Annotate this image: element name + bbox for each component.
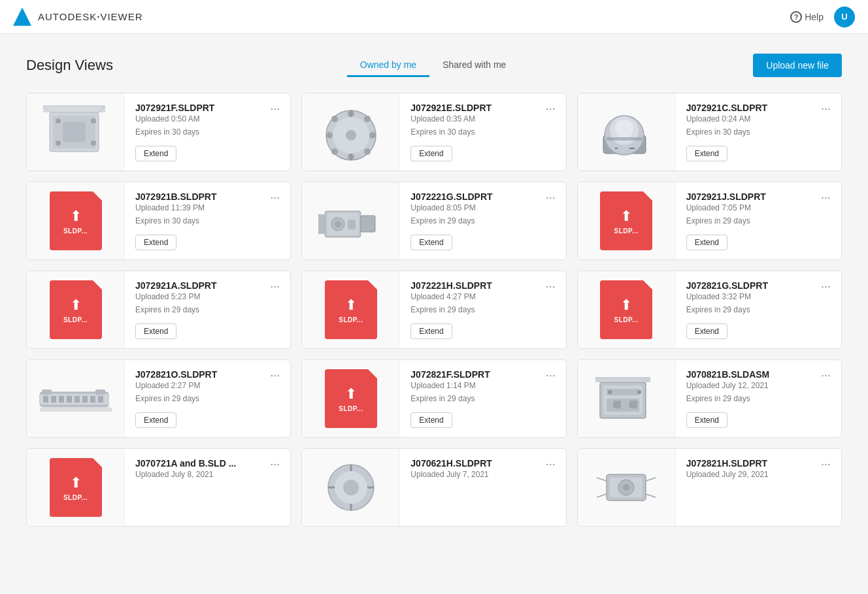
brand-viewer: VIEWER xyxy=(100,11,142,22)
more-options-button[interactable]: ··· xyxy=(544,369,557,381)
header-left: AUTODESK·VIEWER xyxy=(13,8,143,26)
file-card: J072221G.SLDPRT Uploaded 8:05 PM ··· Exp… xyxy=(301,182,566,260)
file-name: J072921C.SLDPRT xyxy=(686,103,768,113)
file-card: J070821B.SLDASM Uploaded July 12, 2021 ·… xyxy=(577,359,842,438)
svg-point-3 xyxy=(91,118,96,124)
card-content: J072821F.SLDPRT Uploaded 1:14 PM ··· Exp… xyxy=(400,360,565,437)
svg-line-78 xyxy=(646,478,656,481)
expiry-text: Expires in 29 days xyxy=(410,394,556,403)
main-content: Design Views Owned by me Shared with me … xyxy=(0,34,868,546)
extend-button[interactable]: Extend xyxy=(135,146,176,161)
card-info: J072821H.SLDPRT Uploaded July 29, 2021 xyxy=(686,458,769,479)
card-actions: Extend xyxy=(410,146,556,161)
more-options-button[interactable]: ··· xyxy=(269,369,281,381)
card-actions: Extend xyxy=(135,146,281,161)
3d-model-preview xyxy=(312,185,390,257)
expiry-text: Expires in 29 days xyxy=(686,394,832,403)
svg-rect-44 xyxy=(59,396,64,403)
more-options-button[interactable]: ··· xyxy=(544,458,557,470)
upload-time: Uploaded July 8, 2021 xyxy=(135,470,236,479)
sldp-label: SLDP... xyxy=(614,227,639,235)
extend-button[interactable]: Extend xyxy=(410,323,452,339)
svg-rect-43 xyxy=(51,396,56,403)
svg-rect-32 xyxy=(361,216,375,232)
file-name: J072921B.SLDPRT xyxy=(135,191,217,202)
file-card: J070621H.SLDPRT Uploaded July 7, 2021 ··… xyxy=(301,448,566,527)
more-options-button[interactable]: ··· xyxy=(269,458,281,470)
3d-model-preview xyxy=(587,363,665,435)
more-options-button[interactable]: ··· xyxy=(544,191,557,203)
sldp-label: SLDP... xyxy=(614,316,639,323)
more-options-button[interactable]: ··· xyxy=(820,103,832,114)
card-content: J072921B.SLDPRT Uploaded 11:39 PM ··· Ex… xyxy=(125,182,290,259)
more-options-button[interactable]: ··· xyxy=(820,369,832,381)
extend-button[interactable]: Extend xyxy=(410,235,452,250)
more-options-button[interactable]: ··· xyxy=(820,458,832,470)
card-header: J072921A.SLDPRT Uploaded 5:23 PM ··· xyxy=(135,280,281,301)
upload-time: Uploaded 0:24 AM xyxy=(686,114,768,124)
page-header: Design Views Owned by me Shared with me … xyxy=(26,54,842,77)
file-name: J072821G.SLDPRT xyxy=(686,280,768,291)
more-options-button[interactable]: ··· xyxy=(820,191,832,203)
svg-rect-42 xyxy=(43,396,48,403)
svg-rect-36 xyxy=(348,220,356,229)
tabs: Owned by me Shared with me xyxy=(347,54,520,77)
tab-owned-by-me[interactable]: Owned by me xyxy=(347,54,429,77)
card-content: J072221G.SLDPRT Uploaded 8:05 PM ··· Exp… xyxy=(400,182,565,259)
card-content: J072921E.SLDPRT Uploaded 0:35 AM ··· Exp… xyxy=(400,93,565,171)
card-thumbnail: ⬆ SLDP... xyxy=(578,182,676,259)
more-options-button[interactable]: ··· xyxy=(269,280,281,292)
avatar[interactable]: U xyxy=(834,7,855,27)
extend-button[interactable]: Extend xyxy=(135,323,176,339)
help-link[interactable]: ? Help xyxy=(790,11,824,23)
card-thumbnail: ⬆ SLDP... xyxy=(302,360,400,437)
help-label: Help xyxy=(805,12,824,22)
upload-time: Uploaded 3:32 PM xyxy=(686,292,768,301)
svg-point-18 xyxy=(331,116,338,122)
svg-rect-28 xyxy=(607,137,643,140)
card-info: J072221H.SLDPRT Uploaded 4:27 PM xyxy=(410,280,492,301)
extend-button[interactable]: Extend xyxy=(686,235,727,250)
card-info: J072821F.SLDPRT Uploaded 1:14 PM xyxy=(410,369,490,390)
upload-time: Uploaded 1:14 PM xyxy=(410,381,490,390)
card-content: J072921A.SLDPRT Uploaded 5:23 PM ··· Exp… xyxy=(125,271,290,348)
more-options-button[interactable]: ··· xyxy=(544,280,557,292)
more-options-button[interactable]: ··· xyxy=(269,191,281,203)
card-header: J070721A and B.SLD ... Uploaded July 8, … xyxy=(135,458,281,479)
extend-button[interactable]: Extend xyxy=(686,146,727,161)
expiry-text: Expires in 30 days xyxy=(686,127,832,137)
svg-rect-48 xyxy=(90,396,95,403)
upload-new-file-button[interactable]: Upload new file xyxy=(753,54,842,77)
file-name: J072921A.SLDPRT xyxy=(135,280,217,291)
card-info: J072821G.SLDPRT Uploaded 3:32 PM xyxy=(686,280,768,301)
file-card: J072921C.SLDPRT Uploaded 0:24 AM ··· Exp… xyxy=(577,93,842,171)
file-name: J072921E.SLDPRT xyxy=(410,103,492,113)
3d-model-preview xyxy=(587,452,665,523)
extend-button[interactable]: Extend xyxy=(135,412,176,428)
tab-shared-with-me[interactable]: Shared with me xyxy=(429,54,519,77)
card-header: J072821O.SLDPRT Uploaded 2:27 PM ··· xyxy=(135,369,281,390)
more-options-button[interactable]: ··· xyxy=(269,103,281,114)
page-title: Design Views xyxy=(26,57,113,74)
upload-time: Uploaded 2:27 PM xyxy=(135,381,217,390)
more-options-button[interactable]: ··· xyxy=(820,280,832,292)
brand-name: AUTODESK·VIEWER xyxy=(38,11,143,22)
sldp-label: SLDP... xyxy=(63,227,88,235)
upload-icon: ⬆ xyxy=(345,297,357,314)
svg-point-21 xyxy=(364,148,371,155)
file-name: J072821F.SLDPRT xyxy=(410,369,490,380)
extend-button[interactable]: Extend xyxy=(410,146,452,161)
extend-button[interactable]: Extend xyxy=(686,412,727,428)
upload-time: Uploaded 0:50 AM xyxy=(135,114,214,124)
card-actions: Extend xyxy=(410,412,556,428)
file-card: J072821H.SLDPRT Uploaded July 29, 2021 ·… xyxy=(577,448,842,527)
card-thumbnail xyxy=(578,360,676,437)
sldp-label: SLDP... xyxy=(339,405,363,412)
extend-button[interactable]: Extend xyxy=(686,323,727,339)
extend-button[interactable]: Extend xyxy=(410,412,452,428)
more-options-button[interactable]: ··· xyxy=(544,103,557,114)
file-card: ⬆ SLDP... J072921A.SLDPRT Uploaded 5:23 … xyxy=(26,271,291,349)
upload-time: Uploaded 5:23 PM xyxy=(135,292,217,301)
extend-button[interactable]: Extend xyxy=(135,235,176,250)
file-name: J072921F.SLDPRT xyxy=(135,103,214,113)
